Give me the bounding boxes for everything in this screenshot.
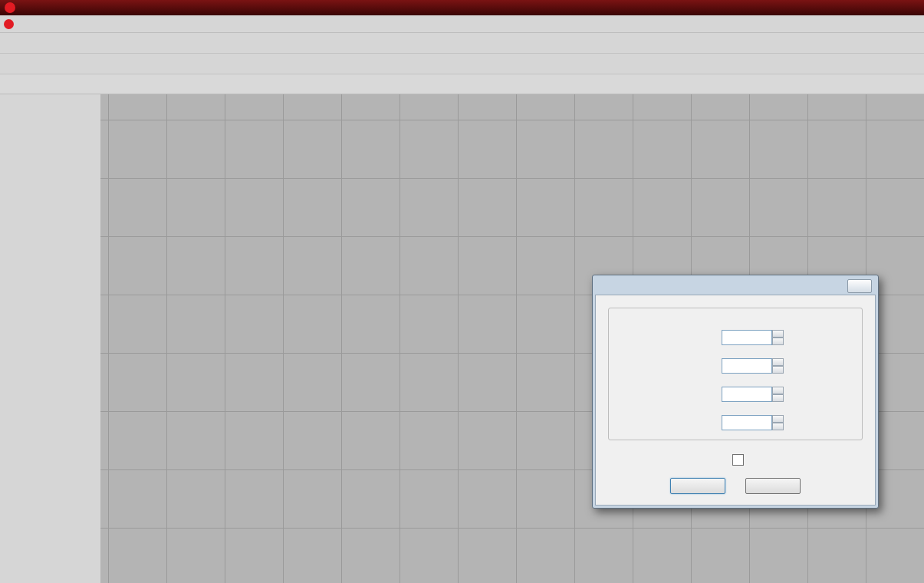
toolbar-spacer-band	[0, 74, 924, 94]
tool-palette	[0, 94, 100, 583]
min-len-input[interactable]	[722, 358, 772, 374]
app-logo-icon	[5, 2, 15, 13]
toolbar-stitch	[0, 54, 924, 74]
close-icon[interactable]	[847, 279, 872, 293]
toolbar-main	[0, 33, 924, 54]
replace-original-row	[608, 454, 863, 466]
spin-down-icon[interactable]	[772, 423, 784, 430]
stitch-length-spinner[interactable]	[772, 330, 784, 345]
document-icon	[4, 19, 14, 29]
field-chord-gap	[615, 387, 856, 402]
cancel-button[interactable]	[745, 478, 801, 494]
loop-spacing-input[interactable]	[722, 415, 772, 430]
spin-up-icon[interactable]	[772, 330, 784, 338]
spin-up-icon[interactable]	[772, 387, 784, 394]
stitching-groupbox	[608, 308, 863, 440]
field-stitch-length	[615, 330, 856, 345]
chord-gap-input[interactable]	[722, 387, 772, 402]
field-loop-spacing	[615, 415, 856, 430]
replace-original-checkbox[interactable]	[732, 454, 744, 466]
spin-up-icon[interactable]	[772, 415, 784, 423]
chord-gap-spinner[interactable]	[772, 387, 784, 402]
dialog-titlebar[interactable]	[595, 278, 876, 295]
spin-down-icon[interactable]	[772, 366, 784, 374]
stitch-length-input[interactable]	[722, 330, 772, 345]
dialog-body	[595, 295, 876, 506]
spin-down-icon[interactable]	[772, 338, 784, 345]
field-min-len	[615, 358, 856, 374]
spin-down-icon[interactable]	[772, 394, 784, 402]
ok-button[interactable]	[670, 478, 725, 494]
loop-spacing-spinner[interactable]	[772, 415, 784, 430]
spin-up-icon[interactable]	[772, 358, 784, 366]
min-len-spinner[interactable]	[772, 358, 784, 374]
dialog-buttons	[608, 478, 863, 497]
stipple-dialog	[592, 275, 879, 509]
menu-bar	[0, 15, 924, 33]
window-titlebar[interactable]	[0, 0, 924, 15]
